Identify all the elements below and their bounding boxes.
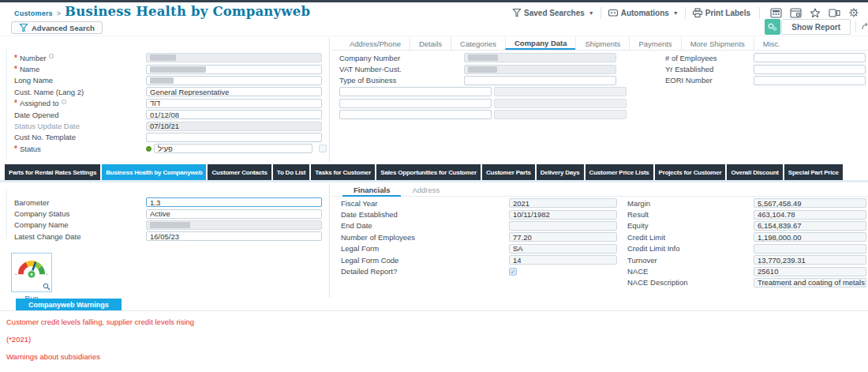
form-row-nace: NACE25610 (623, 265, 868, 276)
calculator-icon[interactable] (770, 8, 782, 18)
field-label: Equity (623, 221, 754, 230)
gear-icon[interactable] (848, 7, 859, 18)
form-row-date-opened: Date Opened01/12/08 (8, 109, 327, 120)
financials-tabs: FinancialsAddress (331, 184, 868, 197)
form-row-number: *Number (8, 52, 327, 63)
input-name[interactable] (146, 65, 322, 74)
saved-searches-button[interactable]: Saved Searches ▼ (512, 8, 594, 17)
star-icon[interactable] (810, 8, 821, 18)
input-margin[interactable]: 5,567,458.49 (754, 198, 866, 208)
code-input-secondary-group[interactable] (339, 99, 492, 108)
print-labels-button[interactable]: Print Labels (692, 8, 753, 18)
fin-tab-address[interactable]: Address (401, 184, 451, 196)
input-long-name[interactable] (146, 76, 322, 85)
subpage-tab-parts-for-rental-rates-settings[interactable]: Parts for Rental Rates Settings (5, 164, 100, 180)
field-label: Secondary Group (331, 99, 339, 107)
field-label: Turnover (623, 256, 754, 265)
input-result[interactable]: 463,104.78 (754, 210, 866, 220)
subpage-tab-projects-for-customer[interactable]: Projects for Customer (655, 164, 726, 180)
input-turnover[interactable]: 13,770,239.31 (754, 255, 866, 265)
subpage-tab-special-part-price[interactable]: Special Part Price (784, 164, 843, 180)
tab-categories[interactable]: Categories (451, 37, 505, 50)
field-label: Number of Employees (331, 233, 509, 242)
description-field-parent-company (494, 110, 627, 119)
form-row-end-date: End Date (331, 220, 619, 231)
breadcrumb-customers[interactable]: Customers (14, 9, 53, 17)
divider (0, 36, 868, 36)
form-row-number-of-employees: Number of Employees77.20 (331, 231, 619, 242)
subpage-tab-customer-parts[interactable]: Customer Parts (482, 164, 535, 180)
tab-company-data[interactable]: Company Data (505, 37, 576, 50)
subpage-tab-sales-opportunities-for-customer[interactable]: Sales Opportunities for Customer (376, 164, 481, 180)
input-yr-established[interactable] (754, 65, 866, 74)
tab-details[interactable]: Details (410, 37, 451, 50)
input-date-established[interactable]: 10/11/1982 (509, 210, 617, 220)
tabstrip-underline (0, 180, 868, 182)
tab-address-phone[interactable]: Address/Phone (341, 37, 410, 50)
field-label: Company Status (8, 209, 146, 218)
tab-more-shipments[interactable]: More Shipments (681, 37, 754, 50)
side-panels-icon[interactable] (829, 8, 840, 18)
code-input-parent-company[interactable] (339, 110, 492, 119)
status-extra-box[interactable] (319, 145, 327, 152)
form-settings-icon[interactable] (790, 8, 802, 18)
input-number-of-employees[interactable]: 77.20 (509, 232, 617, 242)
divider (759, 7, 760, 19)
companyweb-warnings-tab[interactable]: Companyweb Warnings (16, 299, 122, 310)
undo-arrow-icon[interactable] (861, 22, 868, 32)
show-report-button[interactable]: Show Report (781, 19, 851, 35)
input-type-of-business[interactable] (464, 76, 616, 85)
field-label: Date Established (331, 210, 509, 219)
field-label: *Name (8, 65, 146, 73)
input-legal-form-code[interactable]: 14 (509, 255, 617, 265)
input-latest-change-date[interactable]: 16/05/23 (146, 231, 322, 241)
subpage-tab-customer-price-lists[interactable]: Customer Price Lists (586, 164, 653, 180)
input-nace-description[interactable]: Treatment and coating of metals (754, 278, 866, 287)
input-fiscal-year[interactable]: 2021 (509, 198, 617, 208)
field-label: Latest Change Date (8, 232, 146, 241)
form-row-name: *Name (8, 63, 327, 74)
description-field-secondary-group (494, 99, 627, 108)
subpage-tab-overall-discount[interactable]: Overall Discount (727, 164, 782, 180)
subpage-tab-delivery-days[interactable]: Delivery Days (537, 164, 584, 180)
input-credit-limit[interactable]: 1,198,000.00 (754, 232, 866, 242)
form-row-legal-form: Legal FormSA (331, 243, 619, 254)
input-date-opened[interactable]: 01/12/08 (146, 110, 322, 119)
redacted-value (150, 222, 190, 228)
input-eori-number[interactable] (754, 76, 866, 85)
input-equity[interactable]: 6,154,839.67 (754, 221, 866, 231)
code-input-cust-group[interactable] (339, 87, 492, 96)
input-credit-limit-info[interactable] (754, 244, 866, 254)
input-end-date[interactable] (509, 221, 617, 231)
barometer-gauge-thumbnail[interactable] (11, 253, 52, 292)
field-label: Yr Established (657, 65, 754, 73)
magnifier-icon[interactable] (43, 283, 51, 291)
field-label: Cust No. Template (8, 133, 146, 141)
advanced-search-button[interactable]: Advanced Search (11, 21, 103, 34)
subpage-tab-business-health-by-companyweb[interactable]: Business Health by Companyweb (102, 164, 206, 180)
checkbox-detailed-report[interactable]: ✓ (509, 268, 517, 276)
input-nace[interactable]: 25610 (754, 267, 866, 276)
input-legal-form[interactable]: SA (509, 244, 617, 254)
subpage-tab-to-do-list[interactable]: To Do List (273, 164, 310, 180)
input-assigned-to[interactable]: דוד (146, 99, 322, 108)
input-status[interactable]: פעיל (154, 144, 312, 153)
input-company-status[interactable]: Active (146, 209, 322, 219)
input-barometer[interactable]: 1.3 (146, 197, 322, 207)
input-of-employees[interactable] (754, 53, 866, 62)
fin-tab-financials[interactable]: Financials (342, 184, 401, 197)
subpage-tab-tasks-for-customer[interactable]: Tasks for Customer (311, 164, 375, 180)
divider (685, 7, 686, 19)
form-row-equity: Equity6,154,839.67 (623, 220, 868, 231)
input-cust-no-template[interactable] (146, 133, 322, 142)
warning-message: Warnings about subsidiaries (6, 352, 100, 361)
input-cust-name-lang-2[interactable]: General Representative (146, 87, 322, 96)
tab-payments[interactable]: Payments (629, 37, 680, 50)
subpage-tab-customer-contacts[interactable]: Customer Contacts (208, 164, 271, 180)
field-label: NACE (623, 267, 754, 276)
report-gears-icon[interactable] (765, 19, 780, 35)
tab-misc[interactable]: Misc. (754, 37, 789, 50)
header-toolbar: Saved Searches ▼ Automations ▼ Print Lab… (512, 6, 863, 20)
tab-shipments[interactable]: Shipments (575, 37, 629, 50)
automations-button[interactable]: Automations ▼ (608, 8, 679, 17)
